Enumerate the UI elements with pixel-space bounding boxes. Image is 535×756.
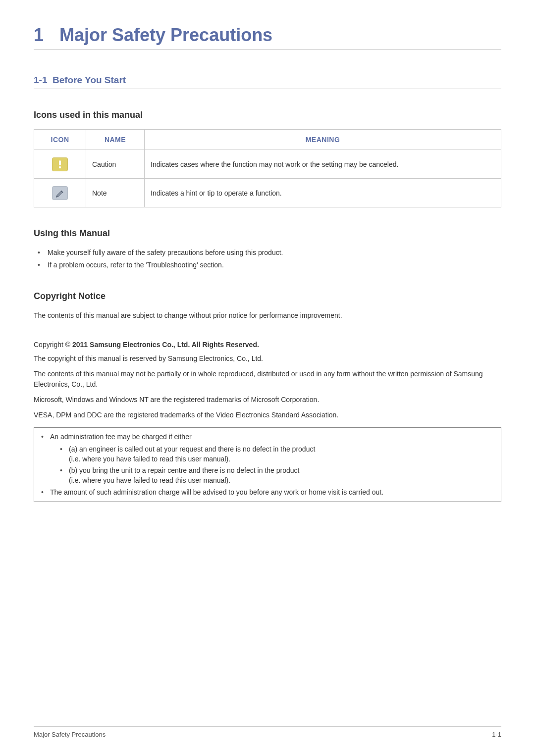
note-icon	[52, 186, 68, 200]
using-sub-heading: Using this Manual	[34, 228, 501, 239]
list-item: If a problem occurs, refer to the 'Troub…	[38, 260, 501, 270]
svg-point-1	[59, 166, 61, 168]
cell-name: Note	[86, 179, 145, 207]
notice-sub-item: (a) an engineer is called out at your re…	[59, 444, 499, 464]
copyright-prefix: Copyright ©	[34, 341, 72, 349]
chapter-title: Major Safety Precautions	[59, 25, 272, 45]
section-number: 1-1	[34, 75, 53, 86]
copyright-strong: 2011 Samsung Electronics Co., Ltd. All R…	[72, 341, 259, 349]
caution-icon	[52, 157, 68, 171]
copyright-para: Microsoft, Windows and Windows NT are th…	[34, 395, 501, 405]
page-footer: Major Safety Precautions 1-1	[34, 726, 501, 738]
svg-rect-0	[59, 160, 61, 165]
th-icon: ICON	[34, 130, 86, 150]
copyright-para: The contents of this manual may not be p…	[34, 369, 501, 390]
copyright-intro: The contents of this manual are subject …	[34, 310, 501, 321]
notice-text: An administration fee may be charged if …	[50, 433, 192, 441]
th-meaning: MEANING	[145, 130, 501, 150]
copyright-line: Copyright © 2011 Samsung Electronics Co.…	[34, 341, 501, 349]
copyright-para: The copyright of this manual is reserved…	[34, 353, 501, 364]
using-bullets: Make yourself fully aware of the safety …	[38, 248, 501, 270]
icons-table: ICON NAME MEANING Caution Indicates case…	[34, 129, 501, 207]
icons-sub-heading: Icons used in this manual	[34, 110, 501, 120]
table-row: Note Indicates a hint or tip to operate …	[34, 179, 501, 207]
notice-box: An administration fee may be charged if …	[34, 427, 501, 502]
document-page: 1Major Safety Precautions 1-1Before You …	[0, 0, 535, 756]
notice-sub-item: (b) you bring the unit to a repair centr…	[59, 465, 499, 486]
copyright-sub-heading: Copyright Notice	[34, 291, 501, 302]
section-heading: 1-1Before You Start	[34, 75, 501, 89]
footer-right: 1-1	[492, 731, 501, 738]
section-title: Before You Start	[53, 75, 126, 85]
chapter-number: 1	[34, 25, 59, 46]
chapter-heading: 1Major Safety Precautions	[34, 25, 501, 50]
footer-left: Major Safety Precautions	[34, 731, 106, 738]
table-row: Caution Indicates cases where the functi…	[34, 150, 501, 179]
cell-meaning: Indicates a hint or tip to operate a fun…	[145, 179, 501, 207]
cell-name: Caution	[86, 150, 145, 179]
notice-item: An administration fee may be charged if …	[39, 432, 499, 485]
th-name: NAME	[86, 130, 145, 150]
list-item: Make yourself fully aware of the safety …	[38, 248, 501, 258]
notice-item: The amount of such administration charge…	[39, 487, 499, 498]
copyright-para: VESA, DPM and DDC are the registered tra…	[34, 410, 501, 420]
cell-meaning: Indicates cases where the function may n…	[145, 150, 501, 179]
